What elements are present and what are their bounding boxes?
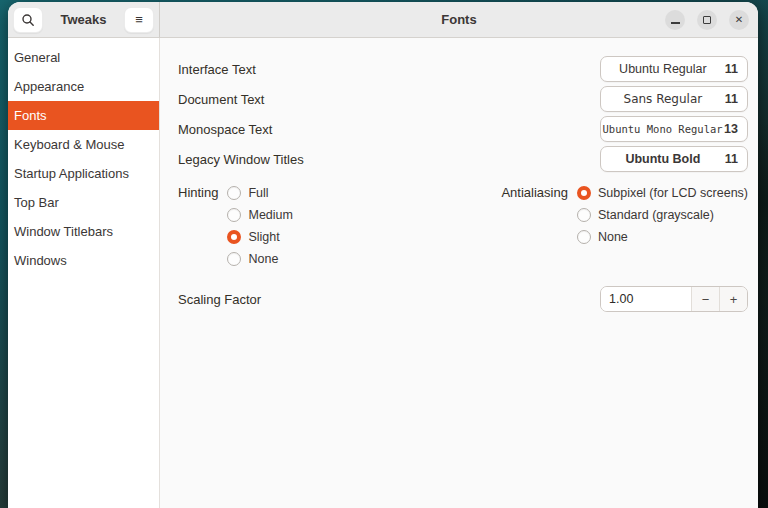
radio-checked-icon <box>577 186 591 200</box>
font-size: 13 <box>724 122 747 136</box>
sidebar: General Appearance Fonts Keyboard & Mous… <box>8 38 160 508</box>
font-size: 11 <box>725 152 747 166</box>
sidebar-item-top-bar[interactable]: Top Bar <box>8 188 159 217</box>
monospace-text-row: Monospace Text Ubuntu Mono Regular 13 <box>178 114 748 144</box>
radio-icon <box>227 252 241 266</box>
radio-checked-icon <box>227 230 241 244</box>
document-text-font-button[interactable]: Sans Regular 11 <box>600 86 748 112</box>
interface-text-row: Interface Text Ubuntu Regular 11 <box>178 54 748 84</box>
antialiasing-label: Antialiasing <box>501 182 568 270</box>
window-controls: ✕ <box>665 10 749 30</box>
legacy-window-titles-row: Legacy Window Titles Ubuntu Bold 11 <box>178 144 748 174</box>
font-name: Ubuntu Mono Regular <box>601 123 724 135</box>
font-size: 11 <box>725 62 747 76</box>
scaling-decrease-button[interactable]: − <box>691 287 719 311</box>
search-icon <box>21 13 35 27</box>
document-text-label: Document Text <box>178 92 264 107</box>
plus-icon: + <box>730 292 738 307</box>
sidebar-item-keyboard-mouse[interactable]: Keyboard & Mouse <box>8 130 159 159</box>
monospace-text-label: Monospace Text <box>178 122 272 137</box>
scaling-factor-spinner: 1.00 − + <box>600 286 748 312</box>
sidebar-header: Tweaks ≡ <box>8 2 160 38</box>
hinting-option-slight[interactable]: Slight <box>227 226 292 248</box>
scaling-factor-row: Scaling Factor 1.00 − + <box>178 284 748 314</box>
hinting-label: Hinting <box>178 182 218 270</box>
rendering-options: Hinting Full Medium Slight <box>178 182 748 270</box>
font-name: Ubuntu Bold <box>601 152 725 166</box>
hinting-options: Full Medium Slight None <box>227 182 292 270</box>
sidebar-item-window-titlebars[interactable]: Window Titlebars <box>8 217 159 246</box>
radio-icon <box>577 208 591 222</box>
radio-icon <box>227 186 241 200</box>
search-button[interactable] <box>13 7 43 33</box>
sidebar-item-fonts[interactable]: Fonts <box>8 101 159 130</box>
font-name: Ubuntu Regular <box>601 62 725 76</box>
legacy-window-titles-label: Legacy Window Titles <box>178 152 304 167</box>
hinting-option-medium[interactable]: Medium <box>227 204 292 226</box>
antialiasing-option-none[interactable]: None <box>577 226 748 248</box>
main-header: Fonts ✕ <box>160 2 758 38</box>
font-name: Sans Regular <box>601 92 725 106</box>
antialiasing-option-subpixel[interactable]: Subpixel (for LCD screens) <box>577 182 748 204</box>
hinting-group: Hinting Full Medium Slight <box>178 182 293 270</box>
sidebar-item-startup-applications[interactable]: Startup Applications <box>8 159 159 188</box>
scaling-increase-button[interactable]: + <box>719 287 747 311</box>
close-icon: ✕ <box>735 14 743 25</box>
sidebar-item-appearance[interactable]: Appearance <box>8 72 159 101</box>
hinting-option-full[interactable]: Full <box>227 182 292 204</box>
interface-text-label: Interface Text <box>178 62 256 77</box>
font-size: 11 <box>725 92 747 106</box>
monospace-text-font-button[interactable]: Ubuntu Mono Regular 13 <box>600 116 748 142</box>
hinting-option-none[interactable]: None <box>227 248 292 270</box>
radio-icon <box>577 230 591 244</box>
antialiasing-option-standard[interactable]: Standard (grayscale) <box>577 204 748 226</box>
scaling-factor-input[interactable]: 1.00 <box>601 287 691 311</box>
antialiasing-group: Antialiasing Subpixel (for LCD screens) … <box>501 182 748 270</box>
legacy-window-titles-font-button[interactable]: Ubuntu Bold 11 <box>600 146 748 172</box>
minimize-button[interactable] <box>665 10 685 30</box>
app-title: Tweaks <box>60 12 106 27</box>
minus-icon: − <box>702 292 710 307</box>
hamburger-menu-icon: ≡ <box>135 12 143 27</box>
antialiasing-options: Subpixel (for LCD screens) Standard (gra… <box>577 182 748 270</box>
interface-text-font-button[interactable]: Ubuntu Regular 11 <box>600 56 748 82</box>
sidebar-item-windows[interactable]: Windows <box>8 246 159 275</box>
minimize-icon <box>671 22 680 24</box>
menu-button[interactable]: ≡ <box>124 7 154 33</box>
close-button[interactable]: ✕ <box>729 10 749 30</box>
sidebar-item-general[interactable]: General <box>8 43 159 72</box>
scaling-factor-label: Scaling Factor <box>178 292 261 307</box>
tweaks-window: Tweaks ≡ Fonts ✕ General Appearance Font… <box>8 2 758 508</box>
radio-icon <box>227 208 241 222</box>
fonts-settings-panel: Interface Text Ubuntu Regular 11 Documen… <box>160 38 758 508</box>
maximize-icon <box>703 16 711 24</box>
document-text-row: Document Text Sans Regular 11 <box>178 84 748 114</box>
maximize-button[interactable] <box>697 10 717 30</box>
